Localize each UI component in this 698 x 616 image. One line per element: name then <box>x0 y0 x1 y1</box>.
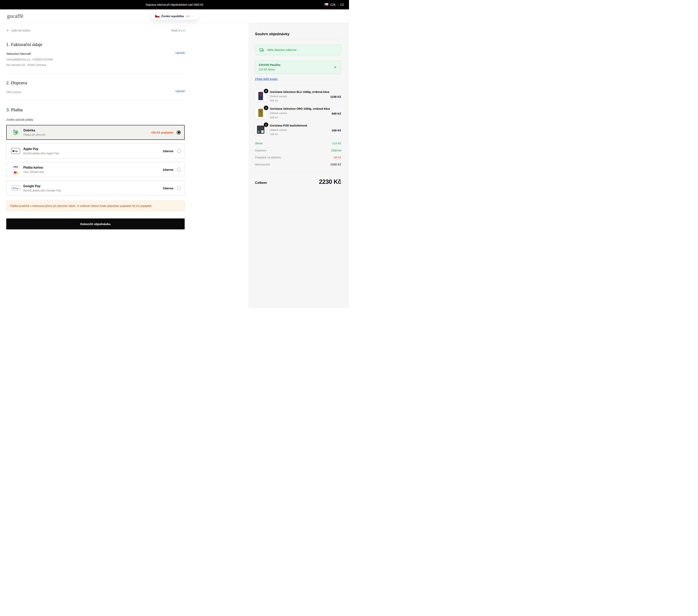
billing-info: Sebastian Manuelli manuelli@covo.cz, +42… <box>6 51 185 68</box>
coffee-bag-oro-image <box>258 109 263 117</box>
currency-toggle[interactable]: CZK <box>330 3 336 6</box>
payment-option-text: Dobírka Platba při převzetí <box>24 129 45 136</box>
item-info: Goriziana POD bezkofeinová Default varia… <box>270 124 341 136</box>
google-pay-icon: G Pay <box>11 186 20 191</box>
promo-text: Doprava zdarma při objednávkách nad 2000… <box>145 3 204 6</box>
summary-title: Souhrn objednávky <box>255 32 341 36</box>
billing-section-title: 1. Fakturační údaje <box>6 42 185 47</box>
item-info: Goriziana Selezione ORO 1000g, zrnková k… <box>270 107 341 119</box>
step-indicator: Krok 3 z 3 <box>171 29 185 32</box>
promo-bar: Doprava zdarma při objednávkách nad 2000… <box>0 0 349 9</box>
payment-option-right: Zdarma <box>163 149 181 153</box>
content-row: Zpět do košíku Krok 3 z 3 1. Fakturační … <box>0 23 349 308</box>
item-name: Goriziana Selezione ORO 1000g, zrnková k… <box>270 107 341 110</box>
payment-option-name: Apple Pay <box>23 147 59 151</box>
payment-option-google-pay[interactable]: G Pay Google Pay Rychlá platba přes Goog… <box>6 181 185 195</box>
item-total-price: 249 Kč <box>332 129 341 132</box>
cart-item: 1 Goriziana POD bezkofeinová Default var… <box>255 124 341 136</box>
back-link-label: Zpět do košíku <box>11 29 30 32</box>
total-label: Mezisoučet <box>255 163 270 166</box>
payment-option-apple-pay[interactable]: Pay Apple Pay Rychlá platba přes Apple P… <box>6 143 185 159</box>
cod-fee-notice: Platba probíhá v hotovosti přímo při pře… <box>6 201 185 211</box>
czech-flag-icon <box>155 15 159 18</box>
applied-coupon: COVO5 Použito 115 Kč Sleva <box>255 60 341 74</box>
back-to-cart-link[interactable]: Zpět do košíku <box>6 29 30 32</box>
total-value: -115 Kč <box>331 141 341 145</box>
coffee-pod-box-image <box>257 125 264 134</box>
quantity-badge: 2 <box>264 89 268 93</box>
payment-fee: Zdarma <box>163 149 173 153</box>
remove-coupon-button[interactable] <box>333 65 337 69</box>
total-value: Zdarma <box>331 149 341 152</box>
total-row-shipping: Doprava Zdarma <box>255 149 341 152</box>
shipping-details: DPD Home <box>6 90 21 95</box>
chevron-down-icon <box>192 15 194 17</box>
country-selector[interactable]: Česká republika czk <box>151 12 198 20</box>
complete-order-button[interactable]: Dokončit objednávku <box>6 218 185 229</box>
payment-option-text: Platba kartou Visa, Mastercard <box>23 166 44 174</box>
item-total-price: 849 Kč <box>332 112 341 115</box>
free-shipping-banner: Máte dopravu zdarma! <box>255 44 341 55</box>
svg-text:G: G <box>13 187 14 190</box>
payment-option-name: Dobírka <box>24 129 45 132</box>
payment-fee: Zdarma <box>163 168 173 171</box>
total-row-subtotal: Mezisoučet 2345 Kč <box>255 163 341 166</box>
truck-icon <box>259 47 264 52</box>
edit-shipping-link[interactable]: Upravit <box>175 90 185 95</box>
cart-item: 1 Goriziana Selezione ORO 1000g, zrnková… <box>255 107 341 119</box>
billing-details: Sebastian Manuelli manuelli@covo.cz, +42… <box>6 51 53 68</box>
coupon-status: COVO5 Použito <box>259 63 280 67</box>
total-label: Poplatek za dobírku <box>255 156 281 159</box>
arrow-left-icon <box>6 29 10 32</box>
billing-name: Sebastian Manuelli <box>6 51 53 57</box>
shipping-method: DPD Home <box>6 90 21 95</box>
totals-section: Sleva -115 Kč Doprava Zdarma Poplatek za… <box>255 141 341 166</box>
visa-icon: VISA <box>12 164 19 169</box>
payment-option-card[interactable]: VISA Platba kartou Visa, Mastercard Zdar… <box>6 162 185 177</box>
total-label: Sleva <box>255 141 263 145</box>
coupon-info: COVO5 Použito 115 Kč Sleva <box>259 63 280 71</box>
item-name: Goriziana POD bezkofeinová <box>270 124 341 127</box>
apple-pay-icon: Pay <box>11 148 20 154</box>
quantity-badge: 1 <box>264 122 268 127</box>
quantity-badge: 1 <box>264 106 268 110</box>
payment-option-desc: Rychlá platba přes Google Pay <box>23 189 61 192</box>
shipping-info: DPD Home Upravit <box>6 90 185 95</box>
locale-switcher: CZK | CZ <box>324 0 344 9</box>
billing-contact: manuelli@covo.cz, +420607321000 <box>6 57 53 63</box>
payment-option-text: Apple Pay Rychlá platba přes Apple Pay <box>23 147 59 155</box>
visa-mastercard-icon: VISA <box>11 164 20 175</box>
grand-total-value: 2230 Kč <box>319 178 341 186</box>
radio-apple-pay[interactable] <box>177 149 181 153</box>
svg-text:Pay: Pay <box>14 150 18 152</box>
country-name: Česká republika <box>161 14 184 18</box>
grand-total-row: Celkem 2230 Kč <box>255 178 341 186</box>
item-unit-price: 599 Kč <box>270 99 341 102</box>
payment-option-name: Platba kartou <box>23 166 44 169</box>
payment-option-right: Zdarma <box>163 168 181 172</box>
radio-card[interactable] <box>177 168 181 172</box>
payment-option-desc: Platba při převzetí <box>24 133 45 136</box>
choose-payment-label: Zvolte způsob platby <box>6 118 185 121</box>
payment-fee: Zdarma <box>163 187 173 190</box>
item-variant: Default variant <box>270 128 341 132</box>
header: gocaffè Česká republika czk <box>0 9 349 23</box>
product-thumbnail: 1 <box>255 107 266 119</box>
radio-google-pay[interactable] <box>177 186 181 190</box>
mastercard-icon <box>12 170 19 175</box>
language-toggle[interactable]: CZ <box>340 3 344 6</box>
payment-option-dobirka[interactable]: Dobírka Platba při převzetí +50 Kč popla… <box>6 125 185 140</box>
item-unit-price: 249 Kč <box>270 133 341 136</box>
shipping-section-title: 2. Doprava <box>6 80 185 85</box>
add-coupon-link[interactable]: Přidat další kupón <box>255 78 278 81</box>
brand-logo[interactable]: gocaffè <box>7 13 24 19</box>
grand-total-divider <box>255 172 341 172</box>
cart-item: 2 Goriziana Selezione BLU 1000g, zrnková… <box>255 90 341 102</box>
product-thumbnail: 1 <box>255 124 266 135</box>
coupon-discount: 115 Kč Sleva <box>259 68 280 71</box>
billing-address: Na namesti 42, 70200 Ostrava <box>6 62 53 68</box>
edit-billing-link[interactable]: Upravit <box>175 51 185 68</box>
radio-dobirka[interactable] <box>177 131 181 135</box>
product-thumbnail: 2 <box>255 90 266 102</box>
svg-text:Pay: Pay <box>15 187 18 190</box>
